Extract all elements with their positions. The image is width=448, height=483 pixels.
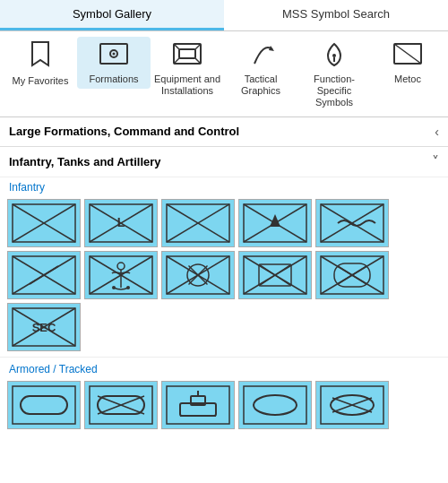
- section-large-formations-arrow[interactable]: ‹: [435, 125, 439, 139]
- tactical-icon: [246, 40, 276, 72]
- nav-item-tactical-label: Tactical Graphics: [228, 73, 294, 97]
- nav-item-favorites-label: My Favorites: [13, 75, 69, 87]
- section-infantry-tanks-arrow[interactable]: ˅: [432, 153, 439, 170]
- svg-text:L: L: [117, 215, 125, 229]
- section-large-formations-title: Large Formations, Command and Control: [9, 125, 239, 138]
- nav-item-formations-label: Formations: [89, 73, 138, 85]
- formations-icon: [99, 40, 129, 72]
- category-armored-label: Armored / Tracked: [0, 357, 448, 377]
- section-large-formations: Large Formations, Command and Control ‹: [0, 117, 448, 147]
- svg-point-40: [112, 286, 116, 289]
- svg-rect-4: [179, 49, 195, 58]
- nav-item-equipment[interactable]: Equipment and Installations: [151, 37, 224, 100]
- bookmark-icon: [28, 40, 53, 73]
- svg-line-13: [394, 44, 421, 64]
- svg-text:SEC: SEC: [32, 321, 56, 334]
- metoc-icon: [392, 40, 423, 72]
- infantry-symbol-grid: L: [0, 195, 448, 355]
- symbol-infantry-slash[interactable]: [7, 251, 81, 299]
- equipment-icon: [172, 40, 202, 72]
- nav-item-function-label: Function-Specific Symbols: [301, 73, 367, 109]
- tab-mss-symbol-search[interactable]: MSS Symbol Search: [224, 0, 448, 30]
- nav-item-tactical[interactable]: Tactical Graphics: [224, 37, 297, 100]
- tab-symbol-gallery[interactable]: Symbol Gallery: [0, 0, 224, 30]
- symbol-armored-oval3[interactable]: [315, 381, 389, 429]
- svg-point-41: [126, 286, 130, 289]
- nav-item-metoc-label: Metoc: [394, 73, 421, 85]
- nav-item-equipment-label: Equipment and Installations: [154, 73, 220, 97]
- nav-item-function[interactable]: Function-Specific Symbols: [297, 37, 371, 113]
- symbol-infantry-circle-x3[interactable]: [315, 251, 389, 299]
- symbol-infantry-base[interactable]: [7, 199, 81, 247]
- nav-item-formations[interactable]: Formations: [77, 37, 151, 89]
- svg-rect-64: [13, 386, 75, 424]
- svg-rect-3: [174, 44, 201, 64]
- symbol-infantry-triangle[interactable]: [238, 199, 312, 247]
- nav-item-metoc[interactable]: Metoc: [371, 37, 444, 89]
- armored-symbol-grid: [0, 377, 448, 433]
- nav-item-favorites[interactable]: My Favorites: [4, 37, 77, 91]
- symbol-armored-tank[interactable]: [161, 381, 235, 429]
- symbol-infantry-anchor[interactable]: [84, 251, 158, 299]
- top-tab-bar: Symbol Gallery MSS Symbol Search: [0, 0, 448, 31]
- svg-point-10: [332, 54, 336, 57]
- svg-marker-9: [269, 46, 274, 51]
- symbol-armored-oval2[interactable]: [238, 381, 312, 429]
- symbol-infantry-wave[interactable]: [315, 199, 389, 247]
- symbol-infantry-sec[interactable]: SEC: [7, 303, 81, 351]
- section-infantry-tanks-title: Infantry, Tanks and Artillery: [9, 155, 161, 168]
- symbol-infantry-l[interactable]: L: [84, 199, 158, 247]
- icon-nav-row: My Favorites Formations Equipment and In…: [0, 31, 448, 117]
- symbol-infantry-circle-x2[interactable]: [238, 251, 312, 299]
- symbol-infantry-circle-x[interactable]: [161, 251, 235, 299]
- symbol-infantry-plain[interactable]: [161, 199, 235, 247]
- section-infantry-tanks: Infantry, Tanks and Artillery ˅: [0, 147, 448, 177]
- function-icon: [319, 40, 349, 72]
- symbol-armored-oval[interactable]: [7, 381, 81, 429]
- symbol-armored-x-oval[interactable]: [84, 381, 158, 429]
- category-infantry-label: Infantry: [0, 177, 448, 195]
- svg-point-2: [113, 53, 116, 56]
